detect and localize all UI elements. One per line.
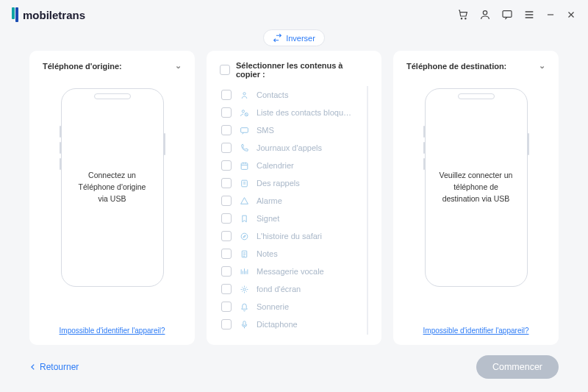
content-item[interactable]: Signet bbox=[220, 210, 364, 227]
content-list[interactable]: ContactsListe des contacts bloqu…SMSJour… bbox=[220, 86, 368, 335]
item-checkbox[interactable] bbox=[221, 178, 232, 188]
source-cannot-identify-link[interactable]: Impossible d'identifier l'appareil? bbox=[43, 319, 182, 335]
bookmark-icon bbox=[239, 214, 249, 224]
back-button[interactable]: Retourner bbox=[29, 362, 79, 372]
logo: mobiletrans bbox=[12, 7, 85, 22]
item-label: Liste des contacts bloqu… bbox=[257, 108, 351, 117]
item-label: Messagerie vocale bbox=[257, 267, 324, 276]
item-label: Dictaphone bbox=[257, 320, 298, 329]
content-item[interactable]: Liste des contacts bloqu… bbox=[220, 104, 364, 121]
item-checkbox[interactable] bbox=[221, 302, 232, 312]
content-item[interactable]: Sonnerie bbox=[220, 298, 364, 316]
destination-title: Téléphone de destination: bbox=[406, 62, 506, 71]
close-icon[interactable] bbox=[566, 10, 576, 20]
item-label: Des rappels bbox=[257, 179, 300, 188]
alarm-icon bbox=[239, 196, 249, 206]
voice-icon bbox=[239, 320, 249, 329]
item-checkbox[interactable] bbox=[221, 196, 232, 206]
select-all-checkbox[interactable] bbox=[220, 65, 230, 75]
destination-cannot-identify-link[interactable]: Impossible d'identifier l'appareil? bbox=[406, 319, 545, 335]
contact-icon bbox=[239, 90, 249, 100]
select-title: Sélectionner les contenus à copier : bbox=[236, 61, 368, 79]
reminder-icon bbox=[239, 179, 249, 188]
svg-point-0 bbox=[461, 18, 462, 19]
item-label: Sonnerie bbox=[257, 302, 289, 311]
main: Téléphone d'origine: ⌄ Connectez un Télé… bbox=[0, 51, 588, 345]
destination-phone-message: Veuillez connecter un téléphone de desti… bbox=[433, 170, 520, 204]
item-checkbox[interactable] bbox=[221, 213, 232, 224]
content-item[interactable]: Contacts bbox=[220, 86, 364, 104]
switch-button[interactable]: Inverser bbox=[263, 29, 325, 46]
user-icon[interactable] bbox=[479, 9, 491, 21]
svg-rect-8 bbox=[241, 163, 248, 169]
phone-icon bbox=[239, 143, 249, 153]
svg-point-4 bbox=[243, 92, 245, 94]
header: mobiletrans bbox=[0, 0, 588, 29]
chevron-down-icon[interactable]: ⌄ bbox=[175, 61, 182, 71]
item-checkbox[interactable] bbox=[221, 125, 232, 135]
item-checkbox[interactable] bbox=[221, 107, 232, 118]
start-button[interactable]: Commencer bbox=[476, 355, 559, 379]
content-item[interactable]: Alarme bbox=[220, 192, 364, 210]
brand-text: mobiletrans bbox=[23, 9, 85, 21]
content-item[interactable]: Dictaphone bbox=[220, 316, 364, 333]
content-item[interactable]: Apps bbox=[220, 333, 364, 335]
svg-point-12 bbox=[243, 288, 245, 290]
item-checkbox[interactable] bbox=[221, 284, 232, 294]
item-checkbox[interactable] bbox=[221, 160, 232, 171]
item-label: Contacts bbox=[257, 90, 288, 99]
sms-icon bbox=[239, 126, 249, 135]
content-item[interactable]: SMS bbox=[220, 121, 364, 139]
footer: Retourner Commencer bbox=[0, 345, 588, 379]
svg-rect-9 bbox=[241, 180, 247, 187]
content-item[interactable]: L'histoire du safari bbox=[220, 227, 364, 245]
source-phone-outline: Connectez un Téléphone d'origine via USB bbox=[61, 88, 164, 287]
item-checkbox[interactable] bbox=[221, 90, 232, 100]
destination-panel: Téléphone de destination: ⌄ Veuillez con… bbox=[393, 51, 559, 345]
svg-point-10 bbox=[241, 233, 248, 240]
cart-icon[interactable] bbox=[457, 9, 469, 21]
chevron-left-icon bbox=[29, 363, 37, 371]
chevron-down-icon[interactable]: ⌄ bbox=[539, 61, 545, 71]
content-panel: Sélectionner les contenus à copier : Con… bbox=[207, 51, 381, 345]
ringtone-icon bbox=[239, 302, 249, 312]
calendar-icon bbox=[239, 161, 249, 171]
item-checkbox[interactable] bbox=[221, 231, 232, 241]
svg-rect-13 bbox=[243, 321, 245, 325]
item-label: SMS bbox=[257, 126, 274, 135]
item-label: Notes bbox=[257, 249, 278, 258]
destination-phone-outline: Veuillez connecter un téléphone de desti… bbox=[425, 88, 528, 287]
content-item[interactable]: Calendrier bbox=[220, 157, 364, 174]
item-label: fond d'écran bbox=[257, 285, 301, 293]
swap-icon bbox=[273, 33, 282, 43]
content-item[interactable]: Journaux d'appels bbox=[220, 139, 364, 157]
item-label: Signet bbox=[257, 214, 279, 223]
wallpaper-icon bbox=[239, 285, 249, 294]
source-phone-message: Connectez un Téléphone d'origine via USB bbox=[69, 170, 156, 204]
notes-icon bbox=[239, 249, 249, 259]
safari-icon bbox=[239, 232, 249, 241]
item-label: Alarme bbox=[257, 196, 282, 205]
source-title: Téléphone d'origine: bbox=[43, 62, 122, 71]
item-checkbox[interactable] bbox=[221, 143, 232, 153]
back-label: Retourner bbox=[40, 362, 79, 372]
svg-rect-3 bbox=[503, 11, 512, 18]
minimize-icon[interactable] bbox=[545, 10, 556, 20]
item-checkbox[interactable] bbox=[221, 249, 232, 259]
content-item[interactable]: Notes bbox=[220, 245, 364, 263]
svg-point-2 bbox=[483, 11, 487, 15]
voicemail-icon bbox=[239, 267, 249, 277]
svg-point-5 bbox=[242, 110, 244, 112]
header-icons bbox=[457, 9, 576, 21]
content-item[interactable]: Messagerie vocale bbox=[220, 263, 364, 280]
feedback-icon[interactable] bbox=[501, 9, 513, 21]
item-checkbox[interactable] bbox=[221, 319, 232, 329]
item-checkbox[interactable] bbox=[221, 266, 232, 277]
item-label: L'histoire du safari bbox=[257, 232, 322, 240]
content-item[interactable]: fond d'écran bbox=[220, 280, 364, 298]
menu-icon[interactable] bbox=[523, 9, 535, 21]
content-item[interactable]: Des rappels bbox=[220, 174, 364, 192]
item-label: Calendrier bbox=[257, 161, 294, 170]
svg-point-1 bbox=[465, 18, 466, 19]
svg-rect-7 bbox=[240, 127, 248, 132]
